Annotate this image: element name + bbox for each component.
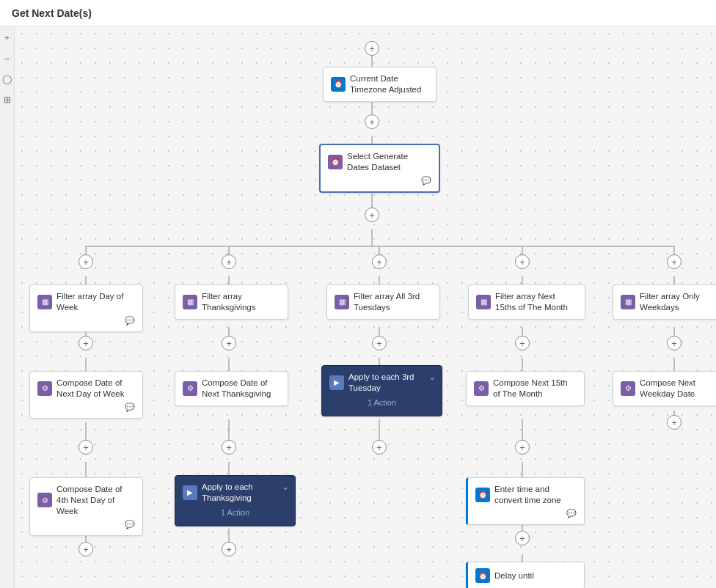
compose-next-thanks-icon: ⚙ xyxy=(183,381,197,396)
plus-after-filter-4[interactable]: + xyxy=(515,336,530,350)
plus-after-compose-2[interactable]: + xyxy=(222,440,236,455)
filter-day-comment: 💬 xyxy=(125,316,135,326)
filter-tuesdays-title: Filter array All 3rd Tuesdays xyxy=(354,291,432,313)
plus-after-filter-5[interactable]: + xyxy=(667,336,682,350)
compose-4th-day-node[interactable]: ⚙ Compose Date of 4th Next Day of Week 💬 xyxy=(29,477,143,536)
enter-time-icon: ⏰ xyxy=(475,488,490,502)
plus-after-filter-3[interactable]: + xyxy=(372,336,387,350)
filter-weekdays-title: Filter array Only Weekdays xyxy=(640,291,716,313)
page-header: Get Next Date(s) xyxy=(0,0,716,26)
select-generate-node[interactable]: ⏰ Select Generate Dates Dataset 💬 xyxy=(319,144,440,193)
filter-15ths-icon: ▦ xyxy=(476,295,491,309)
delay-until-icon: ⏰ xyxy=(475,568,490,583)
filter-thanks-icon: ▦ xyxy=(183,295,197,309)
apply-3rd-expand[interactable]: ⌄ xyxy=(428,372,436,382)
compose-weekday-title: Compose Next Weekday Date xyxy=(640,378,716,400)
compose-15th-icon: ⚙ xyxy=(474,381,489,396)
sidebar-icon-plus[interactable]: + xyxy=(1,32,13,44)
compose-next-day-comment: 💬 xyxy=(125,403,135,412)
select-comment-icon: 💬 xyxy=(421,176,431,185)
filter-thanks-node[interactable]: ▦ Filter array Thanksgivings xyxy=(175,284,288,320)
compose-next-thanks-title: Compose Date of Next Thanksgiving xyxy=(202,378,280,400)
apply-thanks-expand[interactable]: ⌄ xyxy=(282,482,289,492)
apply-thanks-subtitle: 1 Action xyxy=(183,508,288,517)
apply-3rd-icon: ▶ xyxy=(329,375,344,390)
enter-time-title: Enter time and convert time zone xyxy=(494,484,577,506)
plus-after-filter-2[interactable]: + xyxy=(222,336,236,350)
filter-15ths-title: Filter array Next 15ths of The Month xyxy=(495,291,577,313)
plus-after-compose-4[interactable]: + xyxy=(515,440,530,455)
apply-thanks-node[interactable]: ▶ Apply to each Thanksgiving 1 Action ⌄ xyxy=(175,475,296,526)
select-generate-icon: ⏰ xyxy=(328,155,343,169)
sidebar-icon-grid[interactable]: ⊞ xyxy=(1,94,13,106)
plus-after-filter-1[interactable]: + xyxy=(78,336,93,350)
compose-next-weekday-node[interactable]: ⚙ Compose Next Weekday Date xyxy=(613,371,716,406)
sidebar-icon-search[interactable]: ◯ xyxy=(1,73,13,85)
plus-branch-3[interactable]: + xyxy=(372,254,387,269)
filter-thanks-title: Filter array Thanksgivings xyxy=(202,291,280,313)
filter-weekdays-icon: ▦ xyxy=(621,295,635,309)
compose-4th-title: Compose Date of 4th Next Day of Week xyxy=(56,484,135,517)
plus-branch-5[interactable]: + xyxy=(667,254,682,269)
plus-after-compose-1[interactable]: + xyxy=(78,440,93,455)
plus-after-select[interactable]: + xyxy=(365,207,379,222)
filter-15ths-node[interactable]: ▦ Filter array Next 15ths of The Month xyxy=(468,284,585,320)
filter-day-icon: ▦ xyxy=(37,295,52,309)
apply-3rd-tuesday-node[interactable]: ▶ Apply to each 3rd Tuesday 1 Action ⌄ xyxy=(321,365,442,416)
delay-until-title: Delay until xyxy=(494,570,534,581)
compose-4th-comment: 💬 xyxy=(125,520,135,529)
compose-next-thanks-node[interactable]: ⚙ Compose Date of Next Thanksgiving xyxy=(175,371,288,406)
compose-next-day-title: Compose Date of Next Day of Week xyxy=(56,378,135,400)
plus-branch-4[interactable]: + xyxy=(515,254,530,269)
plus-after-top[interactable]: + xyxy=(365,41,379,56)
plus-after-enter-time[interactable]: + xyxy=(515,531,530,545)
delay-until-node[interactable]: ⏰ Delay until xyxy=(466,562,585,588)
plus-branch-1[interactable]: + xyxy=(78,254,93,269)
plus-after-current[interactable]: + xyxy=(365,114,379,129)
apply-thanks-icon: ▶ xyxy=(183,485,197,500)
apply-thanks-title: Apply to each Thanksgiving xyxy=(202,482,288,504)
plus-after-compose-5[interactable]: + xyxy=(667,415,682,430)
current-date-title: Current Date Timezone Adjusted xyxy=(350,73,428,95)
apply-3rd-subtitle: 1 Action xyxy=(329,398,434,407)
plus-after-apply-thanks[interactable]: + xyxy=(222,542,236,556)
enter-time-comment: 💬 xyxy=(566,509,577,518)
compose-15th-title: Compose Next 15th of The Month xyxy=(493,378,577,400)
compose-4th-icon: ⚙ xyxy=(37,493,52,507)
compose-next-day-node[interactable]: ⚙ Compose Date of Next Day of Week 💬 xyxy=(29,371,143,419)
left-sidebar: + − ◯ ⊞ xyxy=(0,26,15,588)
compose-next-15th-node[interactable]: ⚙ Compose Next 15th of The Month xyxy=(466,371,585,406)
filter-day-week-node[interactable]: ▦ Filter array Day of Week 💬 xyxy=(29,284,143,332)
plus-branch-2[interactable]: + xyxy=(222,254,236,269)
current-date-icon: ⏰ xyxy=(331,77,346,92)
filter-weekdays-node[interactable]: ▦ Filter array Only Weekdays xyxy=(613,284,716,320)
filter-tuesdays-icon: ▦ xyxy=(335,295,349,309)
compose-next-day-icon: ⚙ xyxy=(37,381,52,396)
compose-weekday-icon: ⚙ xyxy=(621,381,635,396)
select-generate-title: Select Generate Dates Dataset xyxy=(347,151,431,173)
filter-day-title: Filter array Day of Week xyxy=(56,291,135,313)
enter-time-node[interactable]: ⏰ Enter time and convert time zone 💬 xyxy=(466,477,585,525)
plus-after-compose-3[interactable]: + xyxy=(372,440,387,455)
flow-canvas: ⏰ Current Date Timezone Adjusted ⏰ Selec… xyxy=(15,26,716,588)
sidebar-icon-minus[interactable]: − xyxy=(1,53,13,65)
plus-after-4th[interactable]: + xyxy=(78,542,93,556)
filter-tuesdays-node[interactable]: ▦ Filter array All 3rd Tuesdays xyxy=(326,284,440,320)
apply-3rd-title: Apply to each 3rd Tuesday xyxy=(348,372,434,394)
current-date-node[interactable]: ⏰ Current Date Timezone Adjusted xyxy=(323,67,436,102)
page-title: Get Next Date(s) xyxy=(12,7,92,19)
